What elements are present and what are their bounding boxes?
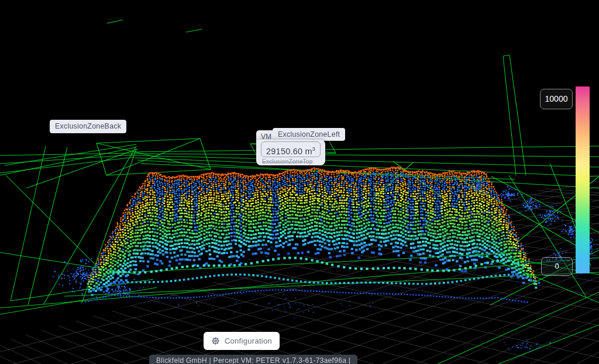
gear-icon [211,337,220,345]
volume-value-exponent: 3 [312,146,315,152]
volume-value-text: 29150.60 m [266,147,312,156]
zone-label-top-struck: ExclusionZoneTop [262,158,313,165]
colorbar-max-label: 10000 [540,89,573,109]
zone-label-back: ExclusionZoneBack [50,120,126,133]
height-colorbar [576,86,590,273]
colorbar-min-label: 0 [541,257,573,276]
pointcloud-3d-viewport[interactable] [0,0,599,364]
status-bar: Blickfeld GmbH | Percept VM: PETER v1.7.… [149,355,357,364]
percept-app-window: ExclusionZoneBack ExclusionZoneLeft VM 2… [0,0,599,364]
configuration-label: Configuration [225,337,272,345]
zone-label-left: ExclusionZoneLeft [273,128,345,141]
volume-value: 29150.60 m3 [261,141,321,157]
configuration-button[interactable]: Configuration [204,332,280,350]
volume-tooltip-card: 29150.60 m3 ExclusionZoneTop [256,140,325,165]
